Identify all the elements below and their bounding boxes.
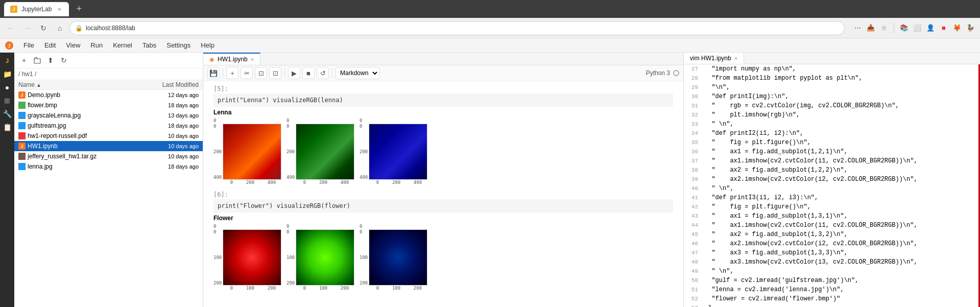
breadcrumb: / hw1 / <box>14 68 203 80</box>
line-content-47: " ax3 = fig.add_subplot(1,3,3)\n", <box>702 248 980 257</box>
bookmark-icon[interactable]: ☆ <box>878 22 890 34</box>
browser-tab-close[interactable]: × <box>56 6 63 13</box>
file-row-2[interactable]: grayscaleLenna.jpg13 days ago <box>14 110 203 121</box>
sidebar-commands-icon[interactable]: ⊞ <box>1 95 13 107</box>
refresh-button[interactable]: ↻ <box>58 55 69 66</box>
lenna-image-group-blue: 0 0200400 0200400 <box>360 118 428 185</box>
forward-button[interactable]: → <box>20 21 34 35</box>
new-folder-button[interactable] <box>32 55 43 66</box>
cell-6: [6]: print("Flower") visualizeRGB(flower… <box>213 191 673 293</box>
line-number-50: 50 <box>684 276 702 285</box>
sort-name-button[interactable]: Name ▲ <box>18 81 132 88</box>
menu-file[interactable]: File <box>18 38 39 52</box>
code-line-38: 38 " ax2 = fig.add_subplot(1,2,2)\n", <box>684 166 980 175</box>
jupyterlab-favicon: J <box>10 6 17 13</box>
cell-6-input[interactable]: print("Flower") visualizeRGB(flower) <box>213 199 673 212</box>
code-line-37: 37 " ax1.imshow(cv2.cvtColor(i1, cv2.COL… <box>684 156 980 166</box>
lenna-image-group-green: 0 0200400 0200400 <box>286 118 355 185</box>
reload-button[interactable]: ↻ <box>37 21 50 35</box>
line-number-51: 51 <box>684 285 702 294</box>
file-row-1[interactable]: flower.bmp18 days ago <box>14 100 203 110</box>
file-icon-5: J <box>18 143 26 150</box>
column-modified: Last Modified <box>132 81 199 88</box>
new-launcher-button[interactable]: + <box>18 55 30 66</box>
code-line-53: 53 ] <box>684 303 980 307</box>
new-tab-button[interactable]: + <box>73 4 85 14</box>
menu-help[interactable]: Help <box>196 38 220 52</box>
sidebar-running-icon[interactable]: ● <box>1 81 13 93</box>
editor-wrapper: 27 "import numpy as np\n",28 "from matpl… <box>684 64 980 307</box>
line-content-51: "lenna = cv2.imread('lenna.jpg')\n", <box>702 285 980 294</box>
file-row-4[interactable]: hw1-report-russell.pdf10 days ago <box>14 131 203 141</box>
line-content-38: " ax2 = fig.add_subplot(1,2,2)\n", <box>702 166 980 175</box>
sidebar-tools-icon[interactable]: 🔧 <box>1 108 13 120</box>
restart-kernel-button[interactable]: ↺ <box>317 67 329 79</box>
menu-kernel[interactable]: Kernel <box>108 38 137 52</box>
notebook-tab-close[interactable]: × <box>251 56 254 62</box>
menu-settings[interactable]: Settings <box>161 38 196 52</box>
addon-icon[interactable]: 🦆 <box>965 22 976 34</box>
code-line-47: 47 " ax3 = fig.add_subplot(1,3,3)\n", <box>684 248 980 257</box>
back-button[interactable]: ← <box>4 21 17 35</box>
line-content-30: "def printI(img):\n", <box>702 92 980 101</box>
notebook-tab-hw1[interactable]: ◉ HW1.ipynb × <box>203 53 260 65</box>
paste-cell-button[interactable]: ⊡ <box>269 67 281 79</box>
code-line-48: 48 " ax3.imshow(cv2.cvtColor(i3, cv2.COL… <box>684 257 980 267</box>
extensions-icon[interactable]: ⋯ <box>852 22 863 34</box>
file-table-header: Name ▲ Last Modified <box>14 80 203 90</box>
address-bar[interactable]: 🔒 localhost:8888/lab <box>69 21 845 35</box>
nav-icons-right: ⋯ 📥 ☆ 📚 ⬜ 👤 ■ 🦊 🦆 <box>852 22 976 34</box>
stop-kernel-button[interactable]: ■ <box>302 67 315 79</box>
code-line-28: 28 "from matplotlib import pyplot as plt… <box>684 74 980 83</box>
line-number-53: 53 <box>684 303 702 307</box>
file-row-3[interactable]: gulfstream.jpg18 days ago <box>14 121 203 131</box>
vim-tab-label: vim HW1.ipynb <box>690 55 731 62</box>
line-content-40: " \n", <box>702 184 980 193</box>
upload-button[interactable]: ⬆ <box>45 55 56 66</box>
pocket-icon[interactable]: 📥 <box>865 22 876 34</box>
line-number-37: 37 <box>684 156 702 166</box>
lenna-red-channel <box>223 124 281 180</box>
browser-tab[interactable]: J JupyterLab × <box>4 2 69 16</box>
code-line-31: 31 " rgb = cv2.cvtColor(img, cv2.COLOR_B… <box>684 101 980 110</box>
editor-content[interactable]: 27 "import numpy as np\n",28 "from matpl… <box>684 64 980 307</box>
run-cell-button[interactable]: ▶ <box>288 67 300 79</box>
vim-tab-close[interactable]: × <box>734 55 737 61</box>
cell-5-input[interactable]: print("Lenna") visualizeRGB(lenna) <box>213 93 673 107</box>
line-number-29: 29 <box>684 83 702 92</box>
home-button[interactable]: ⌂ <box>53 21 66 35</box>
line-number-35: 35 <box>684 138 702 147</box>
bookmarks-list-icon[interactable]: 📚 <box>898 22 910 34</box>
notebook-tab-bar: ◉ HW1.ipynb × <box>203 53 683 65</box>
file-row-7[interactable]: lenna.jpg18 days ago <box>14 161 203 172</box>
copy-cell-button[interactable]: ⊡ <box>255 67 267 79</box>
save-button[interactable]: 💾 <box>207 67 220 79</box>
vim-tab[interactable]: vim HW1.ipynb × <box>684 53 744 64</box>
line-content-34: "def printI2(i1, i2):\n", <box>702 129 980 138</box>
file-row-6[interactable]: jeffery_russell_hw1.tar.gz10 days ago <box>14 151 203 161</box>
menu-edit[interactable]: Edit <box>39 38 61 52</box>
code-line-50: 50 "gulf = cv2.imread('gulfstream.jpg')\… <box>684 276 980 285</box>
file-icon-3 <box>18 122 26 129</box>
sidebar-files-icon[interactable]: 📁 <box>1 68 13 80</box>
line-content-42: " fig = plt.figure()\n", <box>702 202 980 211</box>
cell-type-select[interactable]: Markdown <box>336 67 379 79</box>
menu-run[interactable]: Run <box>85 38 108 52</box>
menu-tabs[interactable]: Tabs <box>137 38 161 52</box>
line-number-36: 36 <box>684 147 702 156</box>
line-number-38: 38 <box>684 166 702 175</box>
menu-view[interactable]: View <box>61 38 85 52</box>
line-content-46: " ax2.imshow(cv2.cvtColor(i2, cv2.COLOR_… <box>702 239 980 248</box>
file-row-5[interactable]: JHW1.ipynb10 days ago <box>14 141 203 151</box>
file-modified-7: 18 days ago <box>132 163 199 170</box>
sync-icon[interactable]: ⬜ <box>912 22 923 34</box>
firefox-icon[interactable]: 🦊 <box>951 22 963 34</box>
file-name-4: hw1-report-russell.pdf <box>28 132 132 139</box>
account-icon[interactable]: 👤 <box>925 22 936 34</box>
container-icon[interactable]: ■ <box>938 22 949 34</box>
sidebar-tabs-icon[interactable]: 📋 <box>1 121 13 133</box>
cut-cell-button[interactable]: ✂ <box>241 67 253 79</box>
add-cell-button[interactable]: + <box>226 67 238 79</box>
file-row-0[interactable]: JDemo.ipynb12 days ago <box>14 90 203 100</box>
svg-text:J: J <box>8 43 11 49</box>
